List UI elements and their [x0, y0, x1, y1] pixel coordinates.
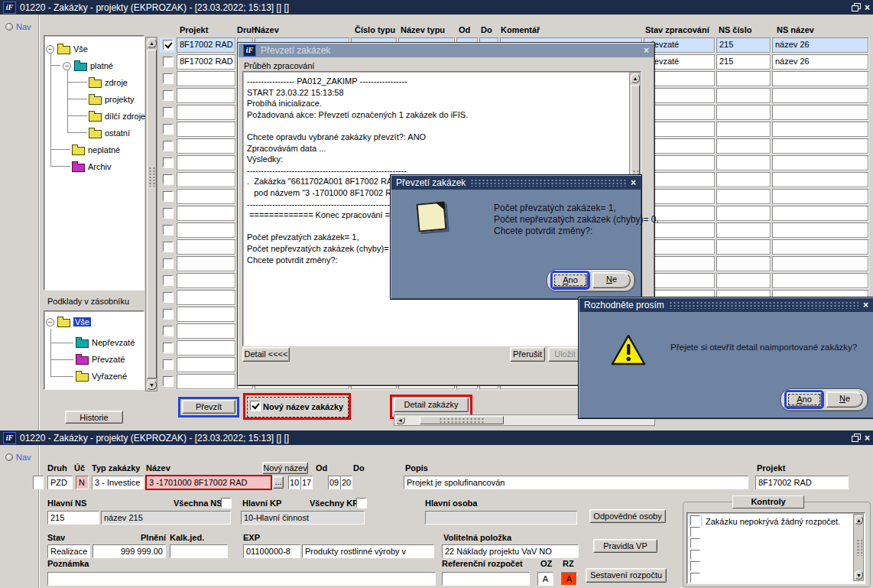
- table-cell-ns_nazev[interactable]: [772, 155, 868, 171]
- druh-field[interactable]: PZD: [47, 476, 73, 489]
- vsechna-ns-checkbox[interactable]: [221, 498, 231, 508]
- nav-label[interactable]: Nav: [16, 453, 31, 462]
- row-checkbox[interactable]: [163, 107, 173, 117]
- do-year-field[interactable]: 20: [340, 476, 352, 489]
- table-cell-projekt[interactable]: [177, 223, 235, 238]
- table-cell-ns_cislo[interactable]: 215: [716, 37, 771, 53]
- table-cell-projekt[interactable]: [177, 138, 235, 154]
- table-cell-ns_cislo[interactable]: [716, 71, 771, 86]
- tree-item-vse[interactable]: − Vše: [46, 44, 88, 54]
- ns-cislo-field[interactable]: 215: [47, 511, 99, 525]
- confirm-dialog-titlebar[interactable]: Převzetí zakázek ×: [391, 176, 641, 190]
- kontroly-checkbox[interactable]: [690, 561, 700, 571]
- collapse-icon[interactable]: −: [46, 318, 54, 326]
- table-cell-ns_cislo[interactable]: [716, 122, 771, 137]
- rz-field[interactable]: A: [561, 572, 577, 586]
- tree-item-stack-vse[interactable]: − Vše: [46, 317, 91, 327]
- uc-field[interactable]: N: [76, 476, 89, 489]
- row-checkbox[interactable]: [163, 174, 173, 184]
- table-cell-projekt[interactable]: 8F17002 RAD: [177, 54, 235, 70]
- nav-icon[interactable]: [5, 23, 13, 31]
- row-checkbox[interactable]: [163, 292, 173, 302]
- scroll-up-icon[interactable]: ▲: [147, 38, 157, 48]
- odpovedne-osoby-button[interactable]: Odpovědné osoby: [589, 509, 666, 523]
- save-button[interactable]: Uložit: [548, 347, 582, 362]
- row-checkbox[interactable]: [163, 57, 173, 67]
- row-checkbox[interactable]: [163, 124, 173, 134]
- table-cell-ns_nazev[interactable]: [772, 105, 868, 120]
- table-cell-projekt[interactable]: [177, 105, 235, 120]
- lov-button[interactable]: ...: [273, 476, 284, 489]
- typ-zakazky-field[interactable]: 3 - Investice - p: [92, 476, 144, 489]
- exp-nazev-field[interactable]: Produkty rostlinné výroby v: [302, 544, 434, 558]
- table-cell-projekt[interactable]: [177, 239, 235, 255]
- restore-icon[interactable]: [852, 3, 861, 11]
- table-cell-ns_cislo[interactable]: [716, 273, 771, 288]
- kontroly-scrollbar[interactable]: ▲ ▼: [853, 514, 864, 581]
- table-cell-projekt[interactable]: [177, 206, 235, 221]
- close-icon[interactable]: ×: [644, 45, 649, 56]
- table-cell-ns_nazev[interactable]: [772, 256, 868, 271]
- decision-yes-button[interactable]: Ano: [787, 392, 822, 407]
- row-checkbox[interactable]: [163, 40, 173, 50]
- table-cell-ns_nazev[interactable]: [772, 71, 868, 86]
- collapse-icon[interactable]: −: [46, 45, 54, 54]
- sestaveni-rozpoctu-button[interactable]: Sestavení rozpočtu: [586, 568, 667, 583]
- exp-kod-field[interactable]: 01100000-8: [243, 544, 300, 558]
- tree-item-archiv[interactable]: Archiv: [72, 161, 112, 172]
- table-cell-projekt[interactable]: [177, 256, 235, 271]
- row-checkbox[interactable]: [163, 309, 173, 319]
- row-checkbox[interactable]: [163, 343, 173, 352]
- historie-button[interactable]: Historie: [65, 411, 123, 424]
- table-cell-ns_nazev[interactable]: [772, 88, 868, 103]
- row-checkbox[interactable]: [163, 242, 173, 252]
- row-checkbox[interactable]: [163, 141, 173, 151]
- collapse-icon[interactable]: −: [63, 62, 71, 70]
- table-cell-projekt[interactable]: [177, 307, 235, 322]
- table-cell-projekt[interactable]: [177, 122, 235, 137]
- referencni-rozpocet-field[interactable]: [442, 572, 530, 586]
- tree-item-zdroje[interactable]: zdroje: [89, 77, 128, 88]
- scroll-up-icon[interactable]: ▲: [855, 515, 863, 525]
- row-checkbox[interactable]: [163, 73, 173, 83]
- table-cell-ns_cislo[interactable]: [716, 256, 771, 271]
- close-icon[interactable]: ×: [865, 434, 870, 443]
- tree-item-vyrazene[interactable]: Vyřazené: [76, 371, 127, 382]
- tree-item-prevzate[interactable]: Převzaté: [76, 354, 125, 365]
- row-checkbox[interactable]: [163, 191, 173, 201]
- scroll-thumb[interactable]: [420, 416, 504, 424]
- table-cell-projekt[interactable]: [177, 273, 235, 288]
- table-cell-ns_nazev[interactable]: [772, 223, 868, 238]
- detail-zakazky-button[interactable]: Detail zakázky: [394, 398, 469, 412]
- novy-nazev-checkbox[interactable]: [250, 401, 260, 411]
- tree-item-neprevzate[interactable]: Nepřevzaté: [76, 337, 135, 348]
- row-checkbox[interactable]: [163, 208, 173, 218]
- row-checkbox[interactable]: [163, 258, 173, 268]
- plneni-field[interactable]: 999 999.00: [92, 544, 166, 558]
- close-icon[interactable]: ×: [863, 300, 868, 310]
- do-month-field[interactable]: 09: [328, 476, 340, 489]
- tree-item-dilci-zdroje[interactable]: dílčí zdroje: [89, 111, 145, 122]
- scroll-down-icon[interactable]: ▼: [855, 570, 863, 580]
- table-cell-projekt[interactable]: [177, 88, 235, 103]
- vsechny-kp-checkbox[interactable]: [356, 498, 366, 508]
- row-checkbox[interactable]: [163, 158, 173, 167]
- kontroly-checkbox[interactable]: [690, 527, 700, 537]
- poznamka-field[interactable]: [47, 572, 436, 586]
- popis-field[interactable]: Projekt je spolufinancován: [404, 476, 748, 489]
- table-cell-ns_nazev[interactable]: [772, 189, 868, 204]
- confirm-yes-button[interactable]: Ano: [553, 273, 588, 288]
- table-cell-projekt[interactable]: [177, 374, 235, 389]
- table-cell-ns_nazev[interactable]: [772, 273, 868, 288]
- tree-item-platne[interactable]: − platné: [63, 60, 113, 71]
- table-cell-ns_nazev[interactable]: [772, 172, 868, 187]
- row-checkbox[interactable]: [163, 376, 173, 386]
- row-checkbox[interactable]: [163, 359, 173, 369]
- table-cell-projekt[interactable]: [177, 340, 235, 356]
- table-cell-ns_cislo[interactable]: [716, 206, 771, 221]
- kontroly-checkbox[interactable]: [690, 573, 700, 583]
- table-cell-projekt[interactable]: [177, 172, 235, 187]
- novy-nazev-label[interactable]: Nový název zakázky: [263, 402, 343, 411]
- table-cell-ns_cislo[interactable]: [716, 189, 771, 204]
- kontroly-checkbox[interactable]: [690, 550, 700, 560]
